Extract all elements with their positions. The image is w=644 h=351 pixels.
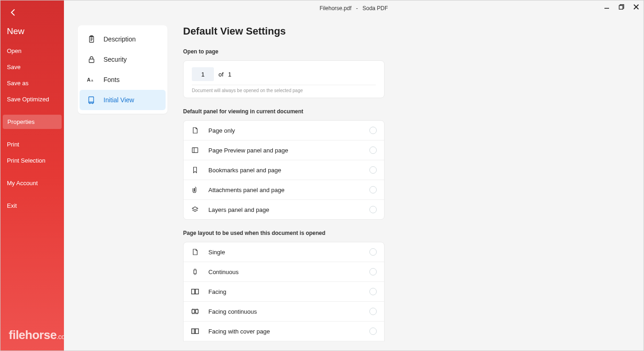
page-icon (191, 126, 199, 135)
sidebar-item-save-as[interactable]: Save as (0, 75, 64, 91)
svg-rect-19 (196, 310, 198, 313)
sidebar-item-open[interactable]: Open (0, 43, 64, 59)
fonts-icon: Aa (87, 75, 96, 84)
page-title: Default View Settings (183, 25, 569, 37)
close-button[interactable] (632, 2, 641, 12)
radio-icon (369, 288, 377, 295)
svg-rect-1 (619, 6, 623, 9)
nav-label: Security (104, 56, 127, 63)
radio-icon (369, 146, 377, 154)
option-label: Layers panel and page (208, 206, 360, 213)
option-facing-continuous[interactable]: Facing continuous (184, 302, 384, 322)
option-label: Page only (208, 127, 360, 134)
sidebar: New Open Save Save as Save Optimized Pro… (0, 0, 64, 351)
section-label-layout: Page layout to be used when this documen… (183, 230, 569, 236)
continuous-icon (191, 268, 199, 276)
svg-rect-16 (192, 289, 195, 294)
option-attachments[interactable]: Attachments panel and page (184, 180, 384, 200)
section-label-open-page: Open to page (183, 48, 569, 55)
sidebar-item-print[interactable]: Print (0, 136, 64, 152)
settings-panel: Default View Settings Open to page of 1 … (183, 25, 574, 341)
svg-rect-20 (192, 329, 195, 334)
option-continuous[interactable]: Continuous (184, 262, 384, 282)
sidebar-item-print-selection[interactable]: Print Selection (0, 152, 64, 169)
panel-options-card: Page only Page Preview panel and page Bo… (183, 120, 385, 220)
watermark: filehorse.com (9, 328, 70, 342)
facing-continuous-icon (191, 307, 199, 316)
option-facing[interactable]: Facing (184, 282, 384, 302)
back-button[interactable] (7, 6, 20, 19)
facing-icon (191, 287, 199, 296)
content: Description Security Aa Fonts (64, 16, 644, 351)
radio-icon (369, 328, 377, 335)
sidebar-item-save[interactable]: Save (0, 59, 64, 75)
app-window: New Open Save Save as Save Optimized Pro… (0, 0, 644, 351)
option-label: Facing (208, 288, 360, 295)
page-input-row: of 1 (192, 67, 376, 81)
watermark-text: filehorse (9, 328, 57, 342)
panel-left-icon (191, 146, 199, 154)
titlebar: Filehorse.pdf - Soda PDF (64, 0, 644, 16)
of-text: of (218, 71, 224, 78)
svg-rect-21 (196, 329, 199, 334)
window-controls (602, 2, 641, 12)
option-label: Bookmarks panel and page (208, 167, 360, 174)
option-single[interactable]: Single (184, 242, 384, 262)
radio-icon (369, 186, 377, 193)
radio-icon (369, 268, 377, 275)
section-label-panel: Default panel for viewing in current doc… (183, 108, 569, 115)
minimize-button[interactable] (602, 2, 611, 12)
nav-label: Description (104, 35, 136, 43)
option-label: Attachments panel and page (208, 187, 360, 193)
page-hint: Document will always be opened on the se… (192, 85, 376, 93)
layout-options-card: Single Continuous Facing (183, 242, 385, 341)
svg-rect-17 (196, 289, 199, 294)
facing-cover-icon (191, 327, 199, 335)
sidebar-item-exit[interactable]: Exit (0, 198, 64, 214)
option-page-preview[interactable]: Page Preview panel and page (184, 140, 384, 160)
option-layers[interactable]: Layers panel and page (184, 200, 384, 219)
page-number-input[interactable] (192, 67, 214, 81)
radio-icon (369, 166, 377, 174)
page-icon (191, 248, 199, 256)
radio-icon (369, 206, 377, 213)
sidebar-item-my-account[interactable]: My Account (0, 175, 64, 191)
nav-item-fonts[interactable]: Aa Fonts (80, 70, 166, 90)
properties-nav: Description Security Aa Fonts (78, 25, 167, 114)
initial-view-icon (87, 95, 96, 105)
window-title: Filehorse.pdf - Soda PDF (320, 5, 388, 12)
lock-icon (87, 55, 96, 64)
layers-icon (191, 205, 199, 214)
option-label: Facing continuous (208, 308, 360, 315)
radio-icon (369, 127, 377, 134)
nav-item-initial-view[interactable]: Initial View (80, 90, 166, 110)
paperclip-icon (191, 186, 199, 194)
option-facing-cover[interactable]: Facing with cover page (184, 322, 384, 341)
option-bookmarks[interactable]: Bookmarks panel and page (184, 160, 384, 180)
page-total: 1 (228, 71, 231, 78)
bookmark-icon (191, 166, 199, 174)
svg-rect-18 (192, 310, 195, 313)
open-to-page-card: of 1 Document will always be opened on t… (183, 60, 385, 98)
maximize-button[interactable] (617, 2, 626, 12)
sidebar-item-save-optimized[interactable]: Save Optimized (0, 91, 64, 107)
nav-label: Initial View (104, 96, 134, 104)
option-label: Single (208, 249, 360, 256)
svg-rect-9 (89, 59, 94, 63)
nav-item-security[interactable]: Security (80, 49, 166, 70)
option-label: Facing with cover page (208, 328, 360, 335)
nav-item-description[interactable]: Description (80, 29, 166, 49)
main-area: Filehorse.pdf - Soda PDF (64, 0, 644, 351)
option-page-only[interactable]: Page only (184, 121, 384, 140)
radio-icon (369, 308, 377, 315)
clipboard-icon (87, 35, 96, 44)
sidebar-item-new[interactable]: New (0, 23, 64, 43)
svg-text:A: A (87, 77, 91, 82)
sidebar-item-properties[interactable]: Properties (3, 115, 62, 129)
option-label: Page Preview panel and page (208, 147, 360, 154)
radio-icon (369, 248, 377, 256)
svg-text:a: a (91, 78, 93, 82)
svg-rect-15 (194, 270, 196, 274)
nav-label: Fonts (104, 76, 120, 83)
option-label: Continuous (208, 269, 360, 275)
